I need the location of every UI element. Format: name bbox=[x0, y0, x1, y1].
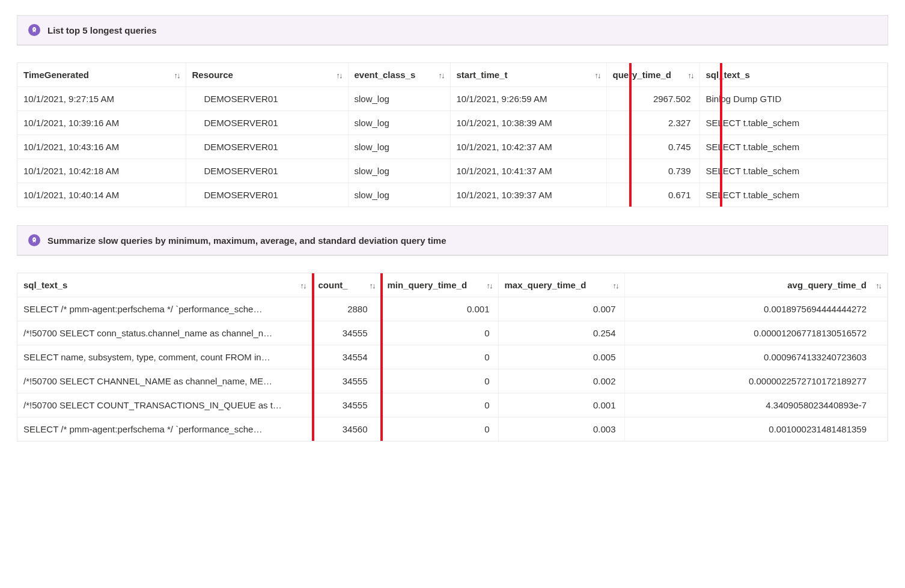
col-min-query-time[interactable]: min_query_time_d↑↓ bbox=[381, 273, 498, 297]
sort-icon[interactable]: ↑↓ bbox=[876, 280, 881, 289]
cell-max: 0.005 bbox=[498, 345, 624, 369]
cell-event-class: slow_log bbox=[348, 135, 450, 159]
table-summarize: sql_text_s↑↓ count_↑↓ min_query_time_d↑↓… bbox=[17, 273, 888, 441]
cell-timegenerated: 10/1/2021, 10:43:16 AM bbox=[17, 135, 186, 159]
cell-count: 2880 bbox=[312, 297, 381, 321]
table-header-row: TimeGenerated↑↓ Resource↑↓ event_class_s… bbox=[17, 63, 888, 87]
table-row[interactable]: 10/1/2021, 9:27:15 AMDEMOSERVER01slow_lo… bbox=[17, 87, 888, 111]
table-row[interactable]: 10/1/2021, 10:43:16 AMDEMOSERVER01slow_l… bbox=[17, 135, 888, 159]
cell-event-class: slow_log bbox=[348, 111, 450, 135]
cell-event-class: slow_log bbox=[348, 159, 450, 183]
panel-top5-longest: List top 5 longest queries bbox=[17, 15, 888, 46]
cell-sql-text: /*!50700 SELECT CHANNEL_NAME as channel_… bbox=[17, 369, 312, 393]
sort-icon[interactable]: ↑↓ bbox=[595, 70, 600, 79]
cell-timegenerated: 10/1/2021, 10:39:16 AM bbox=[17, 111, 186, 135]
cell-query-time: 2967.502 bbox=[606, 87, 699, 111]
cell-max: 0.254 bbox=[498, 321, 624, 345]
cell-avg: 0.001000231481481359 bbox=[624, 417, 888, 441]
cell-event-class: slow_log bbox=[348, 183, 450, 207]
cell-min: 0 bbox=[381, 417, 498, 441]
cell-start-time: 10/1/2021, 10:42:37 AM bbox=[450, 135, 606, 159]
cell-resource: DEMOSERVER01 bbox=[186, 159, 348, 183]
table-row[interactable]: /*!50700 SELECT CHANNEL_NAME as channel_… bbox=[17, 369, 888, 393]
sort-icon[interactable]: ↑↓ bbox=[613, 280, 618, 289]
cell-max: 0.002 bbox=[498, 369, 624, 393]
panel-summarize-slow: Summarize slow queries by minimum, maxim… bbox=[17, 225, 888, 256]
cell-max: 0.003 bbox=[498, 417, 624, 441]
cell-sql-text: SELECT t.table_schem bbox=[699, 111, 888, 135]
col-sql-text[interactable]: sql_text_s↑↓ bbox=[17, 273, 312, 297]
cell-sql-text: SELECT /* pmm-agent:perfschema */ `perfo… bbox=[17, 417, 312, 441]
cell-start-time: 10/1/2021, 10:39:37 AM bbox=[450, 183, 606, 207]
sort-icon[interactable]: ↑↓ bbox=[337, 70, 342, 79]
cell-query-time: 0.745 bbox=[606, 135, 699, 159]
cell-sql-text: Binlog Dump GTID bbox=[699, 87, 888, 111]
cell-count: 34555 bbox=[312, 369, 381, 393]
cell-max: 0.001 bbox=[498, 393, 624, 417]
sort-icon[interactable]: ↑↓ bbox=[439, 70, 444, 79]
cell-max: 0.007 bbox=[498, 297, 624, 321]
col-sql-text[interactable]: sql_text_s bbox=[699, 63, 888, 87]
col-query-time[interactable]: query_time_d↑↓ bbox=[606, 63, 699, 87]
table-header-row: sql_text_s↑↓ count_↑↓ min_query_time_d↑↓… bbox=[17, 273, 888, 297]
table-row[interactable]: SELECT name, subsystem, type, comment, c… bbox=[17, 345, 888, 369]
table-row[interactable]: SELECT /* pmm-agent:perfschema */ `perfo… bbox=[17, 297, 888, 321]
panel-header: Summarize slow queries by minimum, maxim… bbox=[17, 226, 888, 255]
cell-query-time: 0.739 bbox=[606, 159, 699, 183]
cell-min: 0 bbox=[381, 345, 498, 369]
table-row[interactable]: /*!50700 SELECT conn_status.channel_name… bbox=[17, 321, 888, 345]
cell-avg: 0.00001206771813051​6572 bbox=[624, 321, 888, 345]
col-event-class[interactable]: event_class_s↑↓ bbox=[348, 63, 450, 87]
cell-start-time: 10/1/2021, 9:26:59 AM bbox=[450, 87, 606, 111]
cell-min: 0 bbox=[381, 369, 498, 393]
col-timegenerated[interactable]: TimeGenerated↑↓ bbox=[17, 63, 186, 87]
sort-icon[interactable]: ↑↓ bbox=[487, 280, 492, 289]
rocket-icon bbox=[28, 24, 40, 36]
cell-count: 34555 bbox=[312, 321, 381, 345]
col-resource[interactable]: Resource↑↓ bbox=[186, 63, 348, 87]
table-top5: TimeGenerated↑↓ Resource↑↓ event_class_s… bbox=[17, 62, 888, 207]
cell-min: 0 bbox=[381, 321, 498, 345]
sort-icon[interactable]: ↑↓ bbox=[300, 280, 306, 289]
cell-start-time: 10/1/2021, 10:41:37 AM bbox=[450, 159, 606, 183]
cell-avg: 4.3409058023440893e-7 bbox=[624, 393, 888, 417]
panel-title: Summarize slow queries by minimum, maxim… bbox=[47, 235, 446, 246]
sort-icon[interactable]: ↑↓ bbox=[174, 70, 180, 79]
cell-resource: DEMOSERVER01 bbox=[186, 135, 348, 159]
cell-avg: 0.000002257271017218​9277 bbox=[624, 369, 888, 393]
cell-sql-text: SELECT t.table_schem bbox=[699, 159, 888, 183]
col-count[interactable]: count_↑↓ bbox=[312, 273, 381, 297]
panel-header: List top 5 longest queries bbox=[17, 16, 888, 45]
cell-count: 34554 bbox=[312, 345, 381, 369]
cell-sql-text: /*!50700 SELECT COUNT_TRANSACTIONS_IN_QU… bbox=[17, 393, 312, 417]
cell-sql-text: /*!50700 SELECT conn_status.channel_name… bbox=[17, 321, 312, 345]
sort-icon[interactable]: ↑↓ bbox=[370, 280, 375, 289]
cell-sql-text: SELECT name, subsystem, type, comment, c… bbox=[17, 345, 312, 369]
rocket-icon bbox=[28, 234, 40, 246]
cell-timegenerated: 10/1/2021, 9:27:15 AM bbox=[17, 87, 186, 111]
cell-timegenerated: 10/1/2021, 10:40:14 AM bbox=[17, 183, 186, 207]
cell-resource: DEMOSERVER01 bbox=[186, 111, 348, 135]
cell-min: 0.001 bbox=[381, 297, 498, 321]
panel-title: List top 5 longest queries bbox=[47, 25, 157, 35]
cell-avg: 0.0018975694444444272 bbox=[624, 297, 888, 321]
cell-sql-text: SELECT t.table_schem bbox=[699, 135, 888, 159]
cell-count: 34555 bbox=[312, 393, 381, 417]
table-row[interactable]: 10/1/2021, 10:39:16 AMDEMOSERVER01slow_l… bbox=[17, 111, 888, 135]
table-row[interactable]: 10/1/2021, 10:42:18 AMDEMOSERVER01slow_l… bbox=[17, 159, 888, 183]
cell-resource: DEMOSERVER01 bbox=[186, 87, 348, 111]
cell-avg: 0.0009674133240723603 bbox=[624, 345, 888, 369]
table-row[interactable]: /*!50700 SELECT COUNT_TRANSACTIONS_IN_QU… bbox=[17, 393, 888, 417]
table-row[interactable]: SELECT /* pmm-agent:perfschema */ `perfo… bbox=[17, 417, 888, 441]
cell-resource: DEMOSERVER01 bbox=[186, 183, 348, 207]
sort-icon[interactable]: ↑↓ bbox=[688, 70, 693, 79]
cell-timegenerated: 10/1/2021, 10:42:18 AM bbox=[17, 159, 186, 183]
table-row[interactable]: 10/1/2021, 10:40:14 AMDEMOSERVER01slow_l… bbox=[17, 183, 888, 207]
col-start-time[interactable]: start_time_t↑↓ bbox=[450, 63, 606, 87]
cell-sql-text: SELECT /* pmm-agent:perfschema */ `perfo… bbox=[17, 297, 312, 321]
col-avg-query-time[interactable]: avg_query_time_d↑↓ bbox=[624, 273, 888, 297]
cell-query-time: 2.327 bbox=[606, 111, 699, 135]
cell-event-class: slow_log bbox=[348, 87, 450, 111]
cell-min: 0 bbox=[381, 393, 498, 417]
col-max-query-time[interactable]: max_query_time_d↑↓ bbox=[498, 273, 624, 297]
